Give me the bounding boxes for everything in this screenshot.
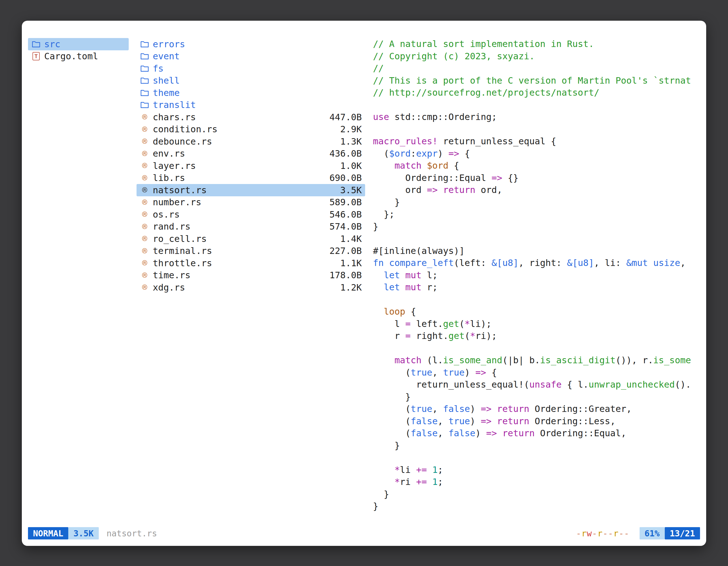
folder-icon xyxy=(140,89,149,97)
code-line: loop { xyxy=(373,305,700,318)
folder-row[interactable]: event xyxy=(137,50,365,63)
file-row[interactable]: ®debounce.rs1.3K xyxy=(137,135,365,148)
entry-name: rand.rs xyxy=(153,221,191,232)
code-line: use std::cmp::Ordering; xyxy=(373,111,700,123)
file-row[interactable]: ®env.rs436.0B xyxy=(137,148,365,160)
entry-name: ro_cell.rs xyxy=(153,234,207,244)
code-line xyxy=(373,452,700,464)
file-size-badge: 3.5K xyxy=(68,527,98,539)
permission-char: r xyxy=(581,529,587,538)
entry-name: terminal.rs xyxy=(153,246,212,256)
rust-file-icon: ® xyxy=(140,222,149,232)
entry-name: errors xyxy=(153,39,185,50)
code-line: ($ord:expr) => { xyxy=(373,148,700,160)
code-line: *ri += 1; xyxy=(373,476,700,488)
permission-char: - xyxy=(624,529,629,538)
entry-size: 436.0B xyxy=(329,148,362,159)
folder-icon xyxy=(31,41,41,48)
code-line: r = right.get(*ri); xyxy=(373,330,700,342)
code-line: l = left.get(*li); xyxy=(373,318,700,330)
code-line: (false, false) => return Ordering::Equal… xyxy=(373,427,700,440)
entry-name: env.rs xyxy=(153,148,185,159)
cursor-position-badge: 13/21 xyxy=(665,527,700,539)
folder-row[interactable]: fs xyxy=(137,62,365,75)
folder-row[interactable]: shell xyxy=(137,75,365,87)
code-line: // This is a port of the C version of Ma… xyxy=(373,75,700,87)
code-line xyxy=(373,342,700,354)
rust-file-icon: ® xyxy=(140,234,149,244)
file-row[interactable]: ®terminal.rs227.0B xyxy=(137,245,365,257)
status-filename: natsort.rs xyxy=(107,529,157,538)
folder-icon xyxy=(140,41,149,48)
file-row[interactable]: ®throttle.rs1.1K xyxy=(137,257,365,269)
file-row[interactable]: ®xdg.rs1.2K xyxy=(137,281,365,293)
entry-name: theme xyxy=(153,88,180,98)
file-preview-pane: // A natural sort implementation in Rust… xyxy=(373,38,700,512)
entry-size: 2.9K xyxy=(340,124,362,135)
code-line: let mut l; xyxy=(373,269,700,282)
folder-icon xyxy=(140,53,149,60)
entry-name: event xyxy=(153,51,180,62)
code-line: } xyxy=(373,221,700,233)
folder-row[interactable]: errors xyxy=(137,38,365,50)
code-line: fn compare_left(left: &[u8], right: &[u8… xyxy=(373,257,700,269)
entry-name: src xyxy=(44,39,60,50)
code-line: // A natural sort implementation in Rust… xyxy=(373,38,700,50)
entry-size: 1.1K xyxy=(340,258,362,269)
file-row[interactable]: ®chars.rs447.0B xyxy=(137,111,365,123)
code-line: } xyxy=(373,440,700,452)
current-directory-pane: errorseventfsshellthemetranslit®chars.rs… xyxy=(137,38,365,512)
entry-name: translit xyxy=(153,100,196,110)
entry-size: 1.4K xyxy=(340,234,362,244)
entry-name: xdg.rs xyxy=(153,282,185,293)
yazi-file-manager-window: srcTCargo.toml errorseventfsshellthemetr… xyxy=(22,21,706,546)
file-row[interactable]: ®natsort.rs3.5K xyxy=(137,184,365,196)
entry-name: Cargo.toml xyxy=(44,51,98,62)
code-line: macro_rules! return_unless_equal { xyxy=(373,135,700,148)
file-row[interactable]: ®ro_cell.rs1.4K xyxy=(137,233,365,245)
code-line: return_unless_equal!(unsafe { l.unwrap_u… xyxy=(373,379,700,391)
rust-file-icon: ® xyxy=(140,198,149,207)
folder-row[interactable]: src xyxy=(28,38,129,50)
entry-name: debounce.rs xyxy=(153,136,212,147)
code-line: #[inline(always)] xyxy=(373,245,700,257)
code-line: }; xyxy=(373,208,700,221)
rust-file-icon: ® xyxy=(140,271,149,280)
file-row[interactable]: ®os.rs546.0B xyxy=(137,208,365,221)
permission-char: - xyxy=(603,529,608,538)
code-line: ord => return ord, xyxy=(373,184,700,196)
folder-row[interactable]: translit xyxy=(137,99,365,111)
code-line xyxy=(373,293,700,306)
entry-name: shell xyxy=(153,75,180,86)
file-row[interactable]: TCargo.toml xyxy=(28,50,129,63)
code-line xyxy=(373,99,700,111)
code-line: *li += 1; xyxy=(373,464,700,476)
entry-size: 3.5K xyxy=(340,185,362,196)
code-line: match (l.is_some_and(|b| b.is_ascii_digi… xyxy=(373,354,700,366)
entry-name: os.rs xyxy=(153,209,180,220)
code-line: } xyxy=(373,196,700,209)
entry-size: 1.2K xyxy=(340,282,362,293)
status-bar-left: NORMAL 3.5K natsort.rs xyxy=(28,527,157,539)
folder-icon xyxy=(140,77,149,84)
file-row[interactable]: ®lib.rs690.0B xyxy=(137,172,365,184)
rust-file-icon: ® xyxy=(140,125,149,134)
rust-file-icon: ® xyxy=(140,246,149,256)
file-row[interactable]: ®rand.rs574.0B xyxy=(137,221,365,233)
file-row[interactable]: ®time.rs178.0B xyxy=(137,269,365,282)
file-row[interactable]: ®number.rs589.0B xyxy=(137,196,365,209)
entry-size: 1.3K xyxy=(340,136,362,147)
entry-name: time.rs xyxy=(153,270,191,281)
scroll-percentage-badge: 61% xyxy=(640,527,665,539)
file-row[interactable]: ®layer.rs1.0K xyxy=(137,160,365,172)
entry-name: number.rs xyxy=(153,197,201,208)
status-bar-right: -rw-r--r-- 61% 13/21 xyxy=(576,527,700,539)
entry-name: layer.rs xyxy=(153,161,196,171)
permission-char: r xyxy=(613,529,619,538)
entry-size: 1.0K xyxy=(340,161,362,171)
entry-size: 546.0B xyxy=(329,209,362,220)
toml-file-icon: T xyxy=(32,52,40,60)
folder-row[interactable]: theme xyxy=(137,87,365,99)
file-row[interactable]: ®condition.rs2.9K xyxy=(137,123,365,136)
code-line: Ordering::Equal => {} xyxy=(373,172,700,184)
